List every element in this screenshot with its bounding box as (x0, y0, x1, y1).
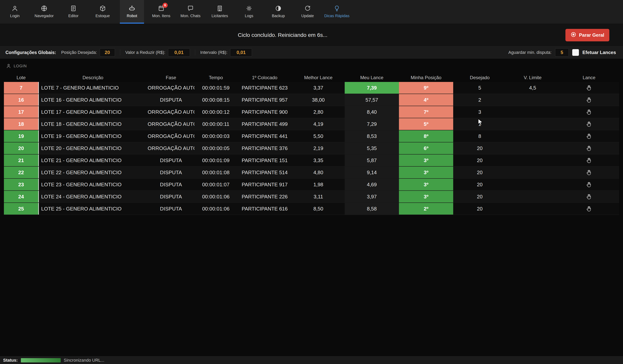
desired-position-label: Posição Desejada: (61, 50, 97, 55)
lot-phase: PRORROGAÇÃO AUTOM (148, 106, 194, 118)
my-bid-value: 5,87 (345, 154, 399, 166)
table-row[interactable]: 23 LOTE 23 - GENERO ALIMENTICIO DISPUTA … (4, 179, 619, 191)
bid-hand-icon[interactable] (585, 181, 593, 189)
lot-description: LOTE 22 - GENERO ALIMENTICIO (38, 167, 148, 178)
desired-position-input[interactable] (100, 48, 115, 57)
limit-value (506, 191, 559, 202)
my-position-badge: 2º (399, 203, 453, 214)
my-bid-value: 4,69 (345, 179, 399, 190)
lot-time-remaining: 00:00:00:05 (194, 142, 237, 154)
my-bid-value: 57,57 (345, 94, 399, 106)
bid-hand-icon[interactable] (585, 96, 593, 104)
best-bid-value: 3,35 (292, 154, 345, 166)
nav-item-estoque[interactable]: Estoque (90, 0, 115, 24)
box-icon (99, 5, 106, 12)
my-position-badge: 3º (399, 167, 453, 178)
wait-min-dispute-label: Aguardar min. disputa: (509, 50, 552, 55)
lot-number-badge: 19 (4, 130, 38, 142)
first-place-participant: PARTICIPANTE 514 (237, 167, 292, 178)
lot-time-remaining: 00:00:01:06 (194, 191, 237, 202)
bid-action-cell (559, 82, 619, 94)
table-row[interactable]: 18 LOTE 18 - GENERO ALIMENTICIO PRORROGA… (4, 118, 619, 130)
nav-label: Mon. Chats (180, 14, 200, 18)
nav-item-licitantes[interactable]: Licitantes (208, 0, 232, 24)
header-lote: Lote (4, 75, 38, 80)
bid-action-cell (559, 203, 619, 214)
bid-hand-icon[interactable] (585, 156, 593, 164)
reduce-value-input[interactable] (168, 48, 190, 57)
best-bid-value: 3,11 (292, 191, 345, 202)
lot-time-remaining: 00:00:01:08 (194, 167, 237, 178)
stop-all-button-label: Parar Geral (579, 32, 604, 38)
editor-icon (70, 5, 77, 12)
table-row[interactable]: 21 LOTE 21 - GENERO ALIMENTICIO DISPUTA … (4, 154, 619, 167)
lot-phase: DISPUTA (148, 203, 194, 214)
bid-hand-icon[interactable] (585, 132, 593, 140)
lot-phase: DISPUTA (148, 94, 194, 106)
table-row[interactable]: 19 LOTE 19 - GENERO ALIMENTICIO PRORROGA… (4, 130, 619, 142)
gear-icon (245, 5, 253, 12)
account-login-label: LOGIN (14, 64, 27, 68)
lot-number-badge: 18 (4, 118, 38, 130)
nav-item-backup[interactable]: Backup (266, 0, 290, 24)
lot-number-badge: 24 (4, 191, 38, 202)
nav-label: Estoque (95, 14, 110, 18)
first-place-participant: PARTICIPANTE 616 (237, 203, 292, 214)
limit-value (506, 203, 559, 214)
nav-label: Backup (272, 14, 285, 18)
nav-item-mon-chats[interactable]: Mon. Chats (178, 0, 202, 24)
table-row[interactable]: 17 LOTE 17 - GENERO ALIMENTICIO PRORROGA… (4, 106, 619, 118)
desired-position-value: 8 (453, 130, 506, 142)
best-bid-value: 38,00 (292, 94, 345, 106)
bid-action-cell (559, 167, 619, 178)
lot-phase: PRORROGAÇÃO AUTOM (148, 142, 194, 154)
efetuar-lances-checkbox[interactable] (572, 49, 579, 56)
nav-item-navegador[interactable]: Navegador (32, 0, 56, 24)
table-row[interactable]: 20 LOTE 20 - GENERO ALIMENTICIO PRORROGA… (4, 142, 619, 154)
bid-hand-icon[interactable] (585, 120, 593, 128)
bid-hand-icon[interactable] (585, 144, 593, 152)
nav-item-editor[interactable]: Editor (61, 0, 86, 24)
nav-item-logs[interactable]: Logs (237, 0, 261, 24)
table-row[interactable]: 7 LOTE 7 - GENERO ALIMENTICIO PRORROGAÇÃ… (4, 82, 619, 94)
wait-min-dispute-input[interactable] (555, 48, 569, 57)
table-row[interactable]: 22 LOTE 22 - GENERO ALIMENTICIO DISPUTA … (4, 167, 619, 179)
desired-position-value: 20 (453, 203, 506, 214)
update-icon (304, 5, 311, 12)
interval-group: Intervalo (R$): (200, 48, 252, 57)
monitor-items-icon: 6 (157, 5, 165, 12)
nav-item-robot[interactable]: Robot (120, 0, 144, 24)
bid-hand-icon[interactable] (585, 193, 593, 200)
bid-hand-icon[interactable] (585, 108, 593, 116)
bid-hand-icon[interactable] (585, 169, 593, 176)
interval-input[interactable] (230, 48, 252, 57)
table-row[interactable]: 25 LOTE 25 - GENERO ALIMENTICIO DISPUTA … (4, 203, 619, 215)
desired-position-group: Posição Desejada: (61, 48, 115, 57)
nav-item-dicas-rapidas[interactable]: Dicas Rápidas (325, 0, 349, 24)
nav-item-update[interactable]: Update (295, 0, 320, 24)
limit-value (506, 94, 559, 106)
bid-hand-icon[interactable] (585, 205, 593, 213)
table-row[interactable]: 16 LOTE 16 - GENERO ALIMENTICIO DISPUTA … (4, 94, 619, 106)
lot-number-badge: 25 (4, 203, 38, 214)
lot-phase: DISPUTA (148, 154, 194, 166)
lot-number-badge: 21 (4, 154, 38, 166)
nav-label: Update (301, 14, 314, 18)
first-place-participant: PARTICIPANTE 226 (237, 191, 292, 202)
nav-label: Editor (68, 14, 78, 18)
header-melhor-lance: Melhor Lance (292, 75, 345, 80)
lot-time-remaining: 00:00:00:03 (194, 130, 237, 142)
lot-phase: DISPUTA (148, 179, 194, 190)
robot-icon (128, 5, 136, 12)
stop-all-button[interactable]: Parar Geral (565, 29, 609, 41)
bid-hand-icon[interactable] (585, 84, 593, 92)
nav-item-mon-itens[interactable]: 6 Mon. Itens (149, 0, 173, 24)
lot-description: LOTE 16 - GENERO ALIMENTICIO (38, 94, 148, 106)
nav-item-login[interactable]: Login (3, 0, 27, 24)
efetuar-lances-label: Efetuar Lances (582, 50, 616, 55)
header-primeiro-colocado: 1º Colocado (237, 75, 292, 80)
best-bid-value: 1,98 (292, 179, 345, 190)
table-row[interactable]: 24 LOTE 24 - GENERO ALIMENTICIO DISPUTA … (4, 191, 619, 203)
lot-description: LOTE 20 - GENERO ALIMENTICIO (38, 142, 148, 154)
lot-number-badge: 20 (4, 142, 38, 154)
